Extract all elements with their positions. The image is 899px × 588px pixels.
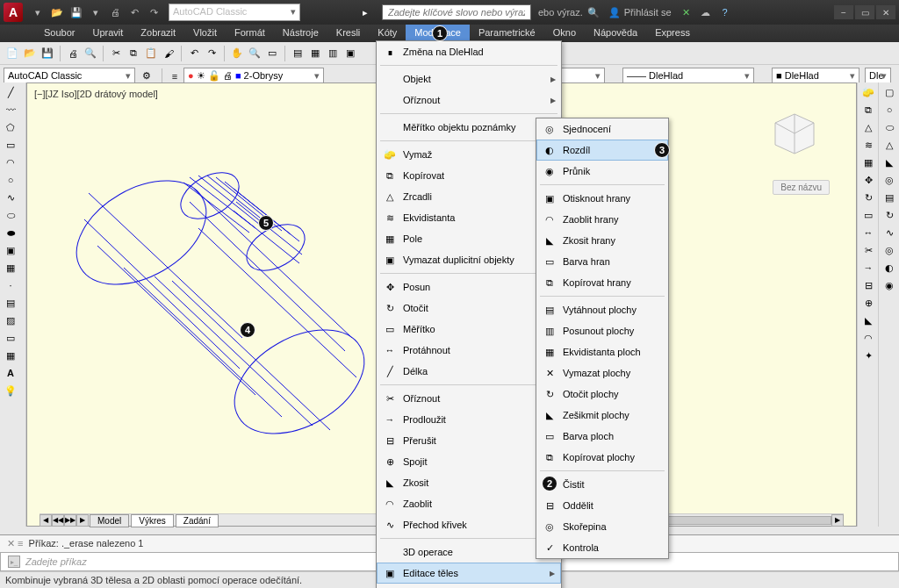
tb-palette-icon[interactable]: ▥ [325,46,341,61]
mod-array-icon[interactable]: ▦ [859,154,877,170]
menu-item-barva-hran[interactable]: ▭Barva hran [536,251,668,272]
menu-item-kopírovat[interactable]: ⧉Kopírovat [377,165,561,186]
sol-union-icon[interactable]: ◎ [881,242,898,258]
menu-item-měřítko[interactable]: ▭Měřítko [377,319,561,340]
scrollbar-thumb[interactable] [656,516,831,525]
menu-item-barva-ploch[interactable]: ▭Barva ploch [536,426,668,447]
spline-icon[interactable]: ∿ [2,190,19,205]
sol-wedge-icon[interactable]: ◣ [881,154,898,170]
user-button[interactable]: 👤 Přihlásit se [603,5,677,20]
qat-plot-icon[interactable]: ▾ [89,5,103,19]
polyline-icon[interactable]: 〰 [2,102,19,118]
tab-first[interactable]: ◀◀ [52,514,64,527]
tb-block-icon[interactable]: ▣ [342,46,358,61]
menu-item-zkosit[interactable]: ◣Zkosit [377,472,561,493]
tab-last[interactable]: ▶▶ [64,514,76,527]
menu-nástroje[interactable]: Nástroje [274,25,327,42]
menu-item-ekvidistanta-ploch[interactable]: ▦Ekvidistanta ploch [536,341,668,362]
tb-open-icon[interactable]: 📂 [22,46,38,61]
menu-item-posunout-plochy[interactable]: ▥Posunout plochy [536,320,668,341]
sol-torus-icon[interactable]: ◎ [881,172,898,188]
mod-offset-icon[interactable]: ≋ [859,137,877,153]
menu-item-úpravy-povrchu[interactable]: Úpravy povrchu▶ [377,584,561,588]
sol-revolve-icon[interactable]: ↻ [881,207,898,223]
qat-open-icon[interactable]: 📂 [50,5,64,19]
tb-cut-icon[interactable]: ✂ [108,46,124,61]
viewcube[interactable] [768,110,821,162]
menu-item-zkosit-hrany[interactable]: ◣Zkosit hrany [536,230,668,251]
tb-copy-icon[interactable]: ⧉ [126,46,141,61]
circle-icon[interactable]: ○ [2,172,19,188]
menu-item-přechod-křivek[interactable]: ∿Přechod křivek [377,514,561,535]
mod-chamfer-icon[interactable]: ◣ [859,312,877,328]
menu-item-spojit[interactable]: ⊕Spojit [377,451,561,472]
insert-icon[interactable]: ▦ [2,260,19,276]
menu-item-změna-na-dlehlad[interactable]: ∎Změna na DleHlad [377,41,561,62]
menu-item-prodloužit[interactable]: →Prodloužit [377,409,561,430]
tb-new-icon[interactable]: 📄 [4,46,20,61]
menu-item-editace-těles[interactable]: ▣Editace těles▶ [377,563,561,584]
menu-item-zrcadli[interactable]: △Zrcadli [377,186,561,207]
menu-item-otočit-plochy[interactable]: ↻Otočit plochy [536,384,668,405]
mod-copy-icon[interactable]: ⧉ [859,102,877,118]
tab-prev[interactable]: ◀ [40,514,52,527]
mod-join-icon[interactable]: ⊕ [859,295,877,311]
sol-sphere-icon[interactable]: ○ [881,102,898,118]
mod-explode-icon[interactable]: ✦ [859,348,877,363]
menu-item-kontrola[interactable]: ✓Kontrola [536,537,668,558]
block-icon[interactable]: ▣ [2,242,19,258]
tab-model[interactable]: Model [90,514,129,527]
tb-plot-icon[interactable]: 🖨 [65,46,81,61]
menu-item-ekvidistanta[interactable]: ≋Ekvidistanta [377,207,561,228]
sol-cyl-icon[interactable]: ⬭ [881,119,898,135]
window-close[interactable]: ✕ [876,5,895,19]
light-icon[interactable]: 💡 [2,383,19,398]
menu-item-oddělit[interactable]: ⊟Oddělit [536,495,668,516]
menu-item-skořepina[interactable]: ◎Skořepina [536,516,668,537]
menu-item-vymazat-duplicitní-objekty[interactable]: ▣Vymazat duplicitní objekty [377,249,561,270]
exchange-icon[interactable]: ✕ [680,5,694,19]
sol-sweep-icon[interactable]: ∿ [881,225,898,240]
region-icon[interactable]: ▭ [2,330,19,346]
menu-formát[interactable]: Formát [226,25,274,42]
menu-parametrické[interactable]: Parametrické [470,25,544,42]
mod-rotate-icon[interactable]: ↻ [859,190,877,205]
tb-pan-icon[interactable]: ✋ [229,46,245,61]
hatch-icon[interactable]: ▤ [2,295,19,311]
ellipse-icon[interactable]: ⬭ [2,207,19,223]
ellipse2-icon[interactable]: ⬬ [2,225,19,240]
menu-nápověda[interactable]: Nápověda [585,25,646,42]
menu-express[interactable]: Express [646,25,699,42]
tab-zadání[interactable]: Zadání [176,514,219,527]
menu-item-pole[interactable]: ▦Pole▶ [377,228,561,249]
menu-item-vymaž[interactable]: 🧽Vymaž [377,144,561,165]
qat-undo-icon[interactable]: ↶ [127,5,141,19]
tb-properties-icon[interactable]: ▤ [290,46,306,61]
mod-stretch-icon[interactable]: ↔ [859,225,877,240]
tb-layer-icon[interactable]: ≡ [167,68,183,84]
menu-item-otočit[interactable]: ↻Otočit [377,298,561,319]
menu-item-protáhnout[interactable]: ↔Protáhnout [377,340,561,361]
qat-new-icon[interactable]: ▾ [31,5,45,19]
gradient-icon[interactable]: ▨ [2,312,19,328]
mtext-icon[interactable]: A [2,365,19,381]
menu-okno[interactable]: Okno [544,25,585,42]
menu-kóty[interactable]: Kóty [369,25,406,42]
tb-redo-icon[interactable]: ↷ [204,46,219,61]
mod-fillet-icon[interactable]: ◠ [859,330,877,346]
help-icon[interactable]: ? [718,5,732,19]
cloud-icon[interactable]: ☁ [699,5,713,19]
mod-scale-icon[interactable]: ▭ [859,207,877,223]
polygon-icon[interactable]: ⬠ [2,119,19,135]
tab-výkres[interactable]: Výkres [131,514,174,527]
sol-subtract-icon[interactable]: ◐ [881,260,898,276]
menu-item-měřítko-objektu-poznámky[interactable]: Měřítko objektu poznámky▶ [377,117,561,138]
app-icon[interactable]: A [4,3,23,22]
viewcube-label[interactable]: Bez názvu [773,180,830,195]
menu-zobrazit[interactable]: Zobrazit [132,25,184,42]
menu-item-rozdíl[interactable]: ◐Rozdíl [536,140,668,161]
search-input[interactable] [382,4,531,20]
menu-item-vytáhnout-plochy[interactable]: ▤Vytáhnout plochy [536,299,668,320]
workspace-combo[interactable]: AutoCAD Classic [169,4,300,21]
menu-item-oříznout[interactable]: ✂Oříznout [377,388,561,409]
